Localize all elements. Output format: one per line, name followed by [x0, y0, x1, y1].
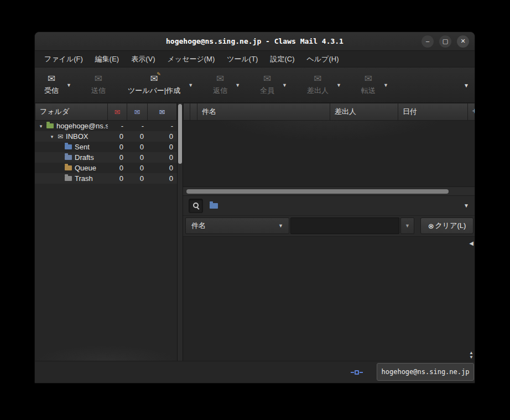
from-column-header[interactable]: 差出人: [330, 103, 398, 121]
scroll-down-icon[interactable]: ▼: [469, 355, 473, 360]
total-count: -: [148, 122, 177, 130]
folder-name: INBOX: [66, 132, 88, 141]
reply-sender-label: 差出人: [307, 86, 329, 96]
clear-search-button[interactable]: ⊗ クリア(L): [420, 217, 473, 234]
message-list-body[interactable]: [183, 121, 475, 187]
total-count: 0: [148, 174, 177, 183]
size-column-header[interactable]: サ: [468, 103, 475, 121]
account-folder-icon: [46, 123, 54, 128]
receive-button[interactable]: ✉ 受信: [39, 71, 64, 98]
folder-pane: フォルダ ✉ ✉ ✉ ▾: [35, 103, 178, 361]
compose-dropdown-arrow[interactable]: ▼: [185, 82, 196, 88]
sent-folder-icon: [65, 144, 72, 149]
titlebar[interactable]: hogehoge@ns.sing.ne.jp - Claws Mail 4.3.…: [35, 32, 475, 51]
new-count: 0: [108, 143, 127, 151]
folder-pane-scrollbar[interactable]: [178, 103, 183, 361]
reply-all-button[interactable]: ✉ 全員: [255, 71, 279, 98]
folder-row-drafts[interactable]: Drafts 0 0 0: [35, 152, 177, 163]
new-count: -: [108, 122, 127, 130]
chevron-down-icon: ▼: [405, 223, 410, 229]
trash-folder-icon: [65, 176, 72, 181]
menu-help[interactable]: ヘルプ(H): [301, 51, 345, 67]
menu-edit[interactable]: 編集(E): [89, 51, 125, 67]
reply-all-label: 全員: [260, 86, 274, 96]
current-account-label: hogehoge@ns.sing.ne.jp: [382, 368, 470, 376]
reply-sender-dropdown-arrow[interactable]: ▼: [334, 82, 344, 88]
receive-dropdown-arrow[interactable]: ▼: [64, 82, 74, 88]
compose-mail-icon: ✉✎: [150, 74, 158, 84]
minimize-button[interactable]: –: [421, 35, 434, 48]
receive-group: ✉ 受信 ▼: [39, 71, 74, 98]
send-button[interactable]: ✉ 送信: [86, 71, 111, 98]
folder-name: Sent: [75, 143, 90, 151]
menubar: ファイル(F) 編集(E) 表示(V) メッセージ(M) ツール(T) 設定(C…: [35, 51, 475, 68]
scrollbar-thumb[interactable]: [178, 104, 182, 164]
menu-configuration[interactable]: 設定(C): [264, 51, 300, 67]
maximize-button[interactable]: ▢: [439, 35, 451, 48]
subject-column-header[interactable]: 件名: [197, 103, 330, 121]
quick-search-toggle-button[interactable]: [189, 199, 203, 213]
message-view[interactable]: ◀ ▲ ▼: [183, 237, 475, 361]
search-type-combo[interactable]: 件名 ▼: [185, 217, 289, 234]
folder-row-sent[interactable]: Sent 0 0 0: [35, 142, 177, 152]
forward-dropdown-arrow[interactable]: ▼: [381, 82, 391, 88]
send-label: 送信: [91, 86, 106, 96]
expander-icon[interactable]: ▾: [49, 134, 55, 139]
menu-message[interactable]: メッセージ(M): [162, 51, 221, 67]
message-list-hscrollbar[interactable]: [183, 187, 475, 196]
search-history-dropdown[interactable]: ▼: [400, 217, 414, 234]
main-area: フォルダ ✉ ✉ ✉ ▾: [35, 103, 475, 361]
desktop: hogehoge@ns.sing.ne.jp - Claws Mail 4.3.…: [0, 0, 510, 420]
window-title: hogehoge@ns.sing.ne.jp - Claws Mail 4.3.…: [166, 37, 344, 45]
unread-count-column-header[interactable]: ✉: [127, 103, 148, 121]
reply-dropdown-arrow[interactable]: ▼: [232, 82, 243, 88]
queue-folder-icon: [65, 165, 72, 170]
flag-column-header[interactable]: [183, 103, 190, 121]
total-count: 0: [148, 153, 177, 162]
reply-sender-group: ✉ 差出人 ▼: [302, 71, 344, 98]
new-count-column-header[interactable]: ✉: [108, 103, 127, 121]
drafts-folder-icon: [65, 155, 72, 160]
forward-group: ✉ 転送 ▼: [356, 71, 391, 98]
unread-count: 0: [127, 164, 148, 172]
new-count: 0: [108, 132, 127, 141]
compose-group: ✉✎ ツールバー|作成 ▼: [123, 71, 196, 98]
new-count: 0: [108, 164, 127, 172]
forward-button[interactable]: ✉ 転送: [356, 71, 381, 98]
view-scroll-arrows: ▲ ▼: [469, 351, 473, 360]
close-button[interactable]: ✕: [457, 35, 469, 48]
menu-view[interactable]: 表示(V): [125, 51, 161, 67]
total-count-column-header[interactable]: ✉: [148, 103, 177, 121]
reply-label: 返信: [213, 86, 227, 96]
message-view-toolbar: ▼: [183, 196, 475, 216]
pane-collapse-arrow[interactable]: ◀: [469, 240, 473, 246]
scrollbar-thumb[interactable]: [186, 189, 449, 194]
clear-icon: ⊗: [428, 222, 434, 230]
menu-tools[interactable]: ツール(T): [221, 51, 264, 67]
menu-file[interactable]: ファイル(F): [38, 51, 89, 67]
folder-row-queue[interactable]: Queue 0 0 0: [35, 163, 177, 173]
forward-mail-icon: ✉: [365, 74, 372, 84]
reply-sender-button[interactable]: ✉ 差出人: [302, 71, 334, 98]
toolbar-overflow-arrow[interactable]: ▼: [464, 82, 469, 88]
attachment-column-header[interactable]: [190, 103, 197, 121]
claws-mail-window: hogehoge@ns.sing.ne.jp - Claws Mail 4.3.…: [34, 32, 475, 383]
expander-icon[interactable]: ▾: [38, 123, 44, 129]
compose-button[interactable]: ✉✎ ツールバー|作成: [123, 71, 185, 98]
account-selector[interactable]: hogehoge@ns.sing.ne.jp: [377, 363, 474, 381]
open-folder-icon: [210, 203, 218, 209]
reply-group: ✉ 返信 ▼: [208, 71, 243, 98]
date-column-header[interactable]: 日付: [398, 103, 468, 121]
view-options-dropdown-arrow[interactable]: ▼: [464, 203, 469, 209]
folder-row-inbox[interactable]: ▾ ✉ INBOX 0 0 0: [35, 131, 177, 142]
folder-row-trash[interactable]: Trash 0 0 0: [35, 173, 177, 184]
reply-button[interactable]: ✉ 返信: [208, 71, 232, 98]
folder-pane-header: フォルダ ✉ ✉ ✉: [35, 103, 177, 121]
folder-column-header[interactable]: フォルダ: [35, 103, 108, 121]
total-count: 0: [148, 143, 177, 151]
search-input[interactable]: [290, 217, 399, 234]
reply-mail-icon: ✉: [216, 74, 224, 84]
unread-mail-icon: ✉: [134, 108, 140, 116]
folder-row-account[interactable]: ▾ hogehoge@ns.sing.ne.jp - - -: [35, 121, 177, 131]
reply-all-dropdown-arrow[interactable]: ▼: [279, 82, 290, 88]
